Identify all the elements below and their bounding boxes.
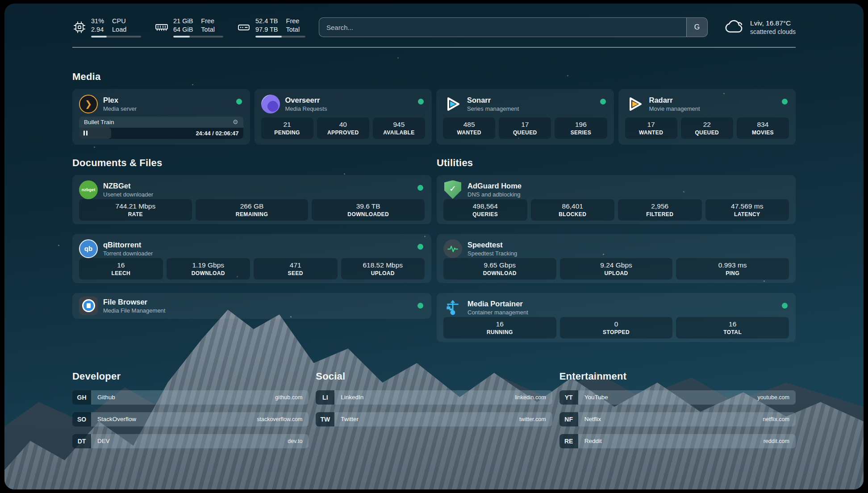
stat-ping: 0.993 ms PING bbox=[676, 258, 789, 280]
memory-free-label: Free bbox=[201, 17, 215, 25]
status-dot bbox=[782, 99, 788, 104]
bookmark-grid: Developer GH Github github.com SO StackO… bbox=[72, 342, 796, 448]
sonarr-icon bbox=[443, 95, 462, 113]
weather-condition: scattered clouds bbox=[750, 28, 796, 35]
search-engine-button[interactable]: G bbox=[686, 18, 707, 37]
card-title: Sonarr bbox=[467, 96, 519, 104]
link-github[interactable]: GH Github github.com bbox=[72, 390, 309, 405]
disk-usage-bar bbox=[255, 36, 305, 38]
playback-progress-bar[interactable]: 24:44 / 02:06:47 bbox=[79, 128, 243, 139]
card-speedtest[interactable]: Speedtest Speedtest Tracking 9.65 Gbps D… bbox=[437, 234, 796, 283]
disk-total-label: Total bbox=[286, 25, 300, 34]
stat-wanted: 17 WANTED bbox=[625, 117, 677, 139]
media-card-grid: ❯ Plex Media server Bullet Train ⚙ bbox=[72, 89, 796, 145]
dashboard-screen: 31% 2.94 CPU Load bbox=[4, 4, 864, 489]
stat-movies: 834 MOVIES bbox=[737, 117, 789, 139]
stat-seed: 471 SEED bbox=[254, 258, 338, 280]
link-name: LinkedIn bbox=[341, 394, 363, 401]
link-netflix[interactable]: NF Netflix netflix.com bbox=[559, 412, 796, 426]
card-qbittorrent[interactable]: qb qBittorrent Torrent downloader 16 LEE… bbox=[72, 234, 431, 283]
card-subtitle: Media File Management bbox=[103, 307, 165, 314]
link-url: linkedin.com bbox=[515, 394, 546, 401]
stat-download: 1.19 Gbps DOWNLOAD bbox=[167, 258, 250, 280]
now-playing-title: Bullet Train bbox=[84, 119, 114, 125]
section-title-developer: Developer bbox=[72, 371, 309, 382]
link-stackoverflow[interactable]: SO StackOverflow stackoverflow.com bbox=[72, 412, 309, 426]
link-badge: YT bbox=[559, 390, 578, 405]
card-subtitle: Torrent downloader bbox=[103, 250, 153, 257]
card-subtitle: Container management bbox=[467, 309, 528, 316]
disk-icon bbox=[237, 20, 251, 34]
documents-column: Documents & Files nzbget NZBGet Usenet d… bbox=[72, 145, 431, 342]
status-dot bbox=[236, 99, 242, 104]
link-linkedin[interactable]: LI LinkedIn linkedin.com bbox=[316, 390, 552, 405]
background-snow-specks bbox=[4, 4, 6, 5]
status-dot bbox=[782, 303, 788, 309]
stat-available: 945 AVAILABLE bbox=[373, 117, 425, 139]
link-name: DEV bbox=[97, 438, 110, 444]
adguard-icon: ✓ bbox=[443, 180, 462, 199]
link-badge: LI bbox=[316, 390, 334, 405]
link-name: Twitter bbox=[341, 416, 359, 422]
card-overseerr[interactable]: Overseerr Media Requests 21 PENDING 40 A… bbox=[255, 89, 432, 145]
qbittorrent-icon: qb bbox=[79, 239, 98, 258]
status-dot bbox=[417, 244, 423, 250]
plex-now-playing: Bullet Train ⚙ 24:44 / 02:06:47 bbox=[79, 117, 243, 139]
stat-stopped: 0 STOPPED bbox=[560, 317, 673, 338]
top-bar: 31% 2.94 CPU Load bbox=[72, 14, 796, 40]
link-reddit[interactable]: RE Reddit reddit.com bbox=[559, 434, 796, 448]
card-title: Overseerr bbox=[285, 96, 327, 104]
card-plex[interactable]: ❯ Plex Media server Bullet Train ⚙ bbox=[72, 89, 250, 145]
middle-grid: Documents & Files nzbget NZBGet Usenet d… bbox=[72, 145, 796, 342]
stat-latency: 47.569 ms LATENCY bbox=[705, 199, 789, 221]
link-url: stackoverflow.com bbox=[257, 416, 302, 422]
social-links: Social LI LinkedIn linkedin.com TW Twitt… bbox=[316, 342, 552, 448]
card-portainer[interactable]: Media Portainer Container management 16 … bbox=[437, 293, 796, 342]
link-badge: DT bbox=[72, 434, 91, 448]
link-name: StackOverflow bbox=[97, 416, 136, 422]
link-url: youtube.com bbox=[757, 394, 789, 401]
card-subtitle: Media server bbox=[103, 105, 137, 112]
link-youtube[interactable]: YT YouTube youtube.com bbox=[559, 390, 796, 405]
stat-queries: 498,564 QUERIES bbox=[443, 199, 527, 221]
stat-remaining: 266 GB REMAINING bbox=[196, 199, 309, 221]
pause-icon[interactable] bbox=[83, 131, 88, 136]
link-badge: TW bbox=[316, 412, 334, 426]
card-subtitle: Media Requests bbox=[285, 105, 327, 112]
overseerr-icon bbox=[261, 95, 280, 113]
system-resources: 31% 2.94 CPU Load bbox=[72, 17, 305, 38]
card-nzbget[interactable]: nzbget NZBGet Usenet downloader 744.21 M… bbox=[72, 175, 431, 224]
link-url: twitter.com bbox=[519, 416, 546, 422]
card-radarr[interactable]: Radarr Movie management 17 WANTED 22 QUE… bbox=[618, 89, 796, 145]
status-dot bbox=[418, 99, 424, 104]
memory-usage-bar-fill bbox=[173, 36, 190, 38]
card-title: Radarr bbox=[649, 96, 700, 104]
gear-icon[interactable]: ⚙ bbox=[233, 119, 238, 125]
card-subtitle: DNS and adblocking bbox=[467, 191, 522, 198]
card-title: Media Portainer bbox=[467, 300, 528, 308]
utilities-column: Utilities ✓ AdGuard Home DNS and adblock… bbox=[437, 145, 796, 342]
search-input[interactable]: Search... bbox=[319, 18, 686, 37]
link-badge: NF bbox=[559, 412, 578, 426]
card-filebrowser[interactable]: File Browser Media File Management bbox=[72, 293, 431, 319]
card-title: qBittorrent bbox=[103, 241, 153, 249]
link-badge: RE bbox=[559, 434, 578, 448]
cpu-usage-bar-fill bbox=[91, 36, 107, 38]
disk-usage-bar-fill bbox=[255, 36, 282, 38]
card-sonarr[interactable]: Sonarr Series management 485 WANTED 17 Q… bbox=[436, 89, 614, 145]
section-title-documents: Documents & Files bbox=[72, 157, 431, 169]
card-adguard[interactable]: ✓ AdGuard Home DNS and adblocking 498,56… bbox=[437, 175, 796, 224]
card-subtitle: Usenet downloader bbox=[103, 191, 153, 198]
link-dev[interactable]: DT DEV dev.to bbox=[72, 434, 309, 448]
section-title-social: Social bbox=[316, 371, 552, 382]
disk-widget: 52.4 TB 97.9 TB Free Total bbox=[237, 17, 305, 38]
stat-leech: 16 LEECH bbox=[79, 258, 163, 280]
dashboard-content: 31% 2.94 CPU Load bbox=[4, 4, 864, 489]
stat-blocked: 86,401 BLOCKED bbox=[531, 199, 615, 221]
link-twitter[interactable]: TW Twitter twitter.com bbox=[316, 412, 552, 426]
link-url: dev.to bbox=[288, 438, 302, 444]
cpu-load-value: 2.94 bbox=[91, 25, 104, 34]
memory-widget: 21 GiB 64 GiB Free Total bbox=[154, 17, 223, 38]
link-url: reddit.com bbox=[764, 438, 789, 444]
memory-total-label: Total bbox=[201, 25, 215, 34]
